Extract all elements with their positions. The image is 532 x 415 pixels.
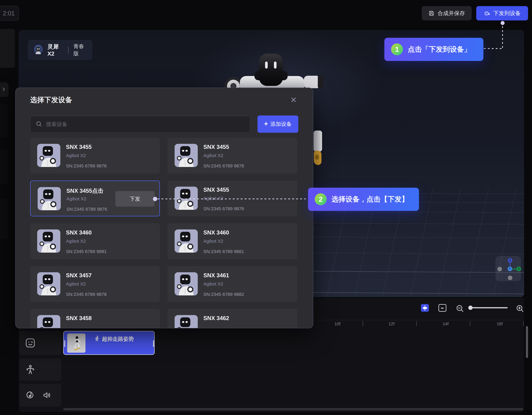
axis-z-handle[interactable]: Z [508, 258, 512, 263]
device-sn: SN:2345 6789 9876 [203, 163, 244, 169]
speaker-icon [43, 392, 51, 398]
guide-step-1: 1 点击「下发到设备」 [384, 38, 483, 61]
sidebar-panel-top[interactable] [0, 29, 15, 68]
device-model: Agibot X2 [66, 239, 86, 244]
step-2-badge: 2 [315, 193, 327, 205]
device-avatar [37, 315, 60, 328]
badge-divider [68, 47, 68, 54]
ruler-frame-label: 16f [491, 321, 509, 326]
device-avatar [175, 272, 198, 295]
clip-thumbnail [67, 333, 86, 353]
model-badge: 灵犀X2 青春版 [28, 40, 93, 60]
device-sn: SN:2345 6789 9882 [203, 292, 244, 297]
device-model: Agibot X2 [203, 281, 223, 287]
device-card[interactable]: SNX 3462 [168, 309, 297, 328]
timeline-horizontal-scrollbar[interactable] [63, 408, 523, 410]
close-icon[interactable]: ✕ [288, 94, 299, 105]
device-card[interactable]: SNX 3455Agibot X2SN:2345 6789 9876 [168, 138, 297, 174]
axis-gizmo[interactable]: Z Y X [495, 256, 521, 281]
device-card[interactable]: SNX 3460Agibot X2SN:2345 6789 9881 [30, 223, 160, 259]
axis-x-handle[interactable]: X [516, 267, 521, 271]
timecode: 2:01 [3, 10, 15, 17]
clip-trim-handle-right[interactable] [153, 340, 154, 347]
device-model: Agibot X2 [66, 281, 86, 287]
ruler-frame-label: 10f [328, 321, 347, 326]
search-icon [36, 121, 42, 128]
guide2-connector [158, 198, 308, 199]
deploy-to-device-button[interactable]: 下发到设备 [476, 6, 528, 20]
timeline-zoom-slider-handle[interactable] [468, 306, 473, 310]
device-sn: SN:2345 6789 9881 [66, 249, 107, 254]
axis-y-handle[interactable]: Y [508, 267, 512, 271]
device-model: Agibot X2 [66, 153, 86, 158]
robot-eye-left [265, 62, 268, 68]
fit-width-icon[interactable]: ◂▸ [438, 304, 446, 312]
add-device-button[interactable]: + 添加设备 [257, 115, 298, 133]
device-model: Agibot X2 [66, 196, 86, 201]
device-card[interactable]: SNX 3460Agibot X2SN:2345 6789 9881 [168, 223, 297, 259]
guide1-connector-horizontal [484, 48, 503, 49]
step-2-text: 选择设备，点击【下发】 [332, 195, 408, 204]
model-avatar [33, 44, 44, 56]
robot-download-icon [484, 10, 490, 17]
device-card[interactable]: SNX 3457Agibot X2SN:2345 6789 9878 [30, 266, 160, 302]
device-name: SNX 3458 [66, 315, 92, 321]
track-header-audio[interactable] [19, 384, 61, 407]
device-name: SNX 3460 [203, 229, 229, 236]
deploy-device-button[interactable]: 下发 [115, 191, 155, 207]
device-name: SNX 3455 [203, 144, 229, 150]
device-sn: SN:2345 6789 9876 [203, 206, 244, 211]
timeline-vertical-scrollbar[interactable] [526, 326, 528, 358]
device-search[interactable] [30, 116, 250, 132]
model-name: 灵犀X2 [48, 43, 63, 57]
clip-label: 超帅走路姿势 [102, 335, 134, 342]
guide-step-2: 2 选择设备，点击【下发】 [308, 188, 419, 211]
device-avatar [175, 187, 198, 210]
save-button-label: 合成并保存 [437, 9, 465, 17]
device-name: SNX 3462 [203, 315, 229, 321]
select-device-modal: 选择下发设备 ✕ + 添加设备 SNX 3455Agibot X2SN:2345… [15, 88, 313, 328]
timeline-clip-pose[interactable]: 超帅走路姿势 [63, 331, 155, 355]
clip-trim-handle-left[interactable] [64, 340, 65, 347]
device-avatar [37, 272, 60, 295]
ruler-tick [416, 321, 417, 326]
device-card[interactable]: SNX 3458 [30, 309, 160, 328]
track-header-pose[interactable] [19, 358, 61, 381]
deploy-button-label: 下发到设备 [493, 9, 521, 17]
robot-gripper [314, 151, 322, 165]
device-sn: SN:2345 6789 9876 [66, 207, 107, 212]
sidebar-thumbnail-2[interactable] [0, 150, 8, 184]
ruler-tick [363, 321, 363, 326]
device-avatar [175, 144, 198, 167]
device-card[interactable]: SNX 3461Agibot X2SN:2345 6789 9882 [168, 266, 297, 302]
device-name: SNX 3455点击 [66, 187, 104, 195]
device-model: Agibot X2 [203, 153, 223, 158]
device-avatar [175, 315, 198, 328]
keyframe-panel-toggle[interactable] [421, 304, 429, 312]
search-input[interactable] [46, 121, 245, 127]
sidebar-expand-button[interactable] [0, 82, 9, 97]
device-name: SNX 3457 [66, 272, 92, 279]
step-1-text: 点击「下发到设备」 [408, 45, 471, 54]
device-avatar [37, 229, 60, 253]
music-note-icon [26, 391, 34, 399]
device-avatar [175, 229, 198, 253]
device-grid: SNX 3455Agibot X2SN:2345 6789 9876 SNX 3… [30, 138, 298, 328]
sidebar-thumbnail-3[interactable] [0, 199, 8, 239]
timeline-zoom-slider[interactable] [470, 307, 508, 308]
zoom-in-icon[interactable] [515, 304, 524, 313]
device-name: SNX 3455 [66, 144, 92, 150]
device-card[interactable]: SNX 3455点击Agibot X2SN:2345 6789 9876下发 [30, 180, 160, 216]
ruler-frame-label: 14f [437, 321, 455, 326]
zoom-out-icon[interactable] [456, 304, 464, 313]
guide2-anchor-dot [153, 197, 157, 201]
device-card[interactable]: SNX 3455Agibot X2SN:2345 6789 9876 [30, 138, 160, 174]
ruler-tick [470, 321, 470, 326]
track-header-expression[interactable] [19, 331, 61, 355]
device-sn: SN:2345 6789 9881 [203, 249, 244, 254]
device-sn: SN:2345 6789 9876 [66, 163, 107, 169]
app-window: 2:01 合成并保存 下发到设备 [0, 0, 532, 415]
save-button[interactable]: 合成并保存 [422, 6, 472, 20]
sidebar-thumbnail-1[interactable] [0, 104, 8, 138]
guide1-connector-vertical [502, 26, 503, 48]
